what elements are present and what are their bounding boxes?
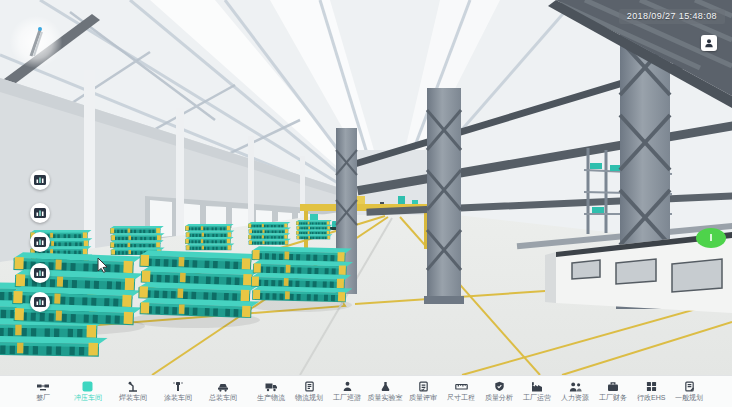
digital-twin-app: 2018/09/27 15:48:08 整厂: [0, 0, 732, 407]
user-icon: [704, 38, 714, 48]
kpi-board-icon: [34, 208, 46, 218]
toolbar-item-label: 一般规划: [675, 394, 703, 401]
toolbar-item-label: 工厂巡游: [333, 394, 361, 401]
briefcase-icon: [607, 381, 619, 392]
toolbar-item-label: 冲压车间: [73, 394, 101, 401]
workshop-nav-group: 整厂 冲压车间 焊装车间 涂装车间: [20, 381, 245, 402]
kpi-marker-button-2[interactable]: [30, 203, 50, 223]
landmark-icon: [27, 26, 45, 60]
kpi-marker-button-5[interactable]: [30, 292, 50, 312]
scene-3d-viewport[interactable]: [0, 0, 732, 375]
factory-building-icon: [531, 381, 543, 392]
toolbar-item-label: 涂装车间: [163, 394, 191, 401]
toolbar-item-admin-ehs[interactable]: 行政EHS: [632, 381, 670, 402]
scene-logo-marker: [10, 16, 62, 68]
toolbar-item-label: 质量分析: [485, 394, 513, 401]
user-button[interactable]: [701, 35, 717, 51]
plan-doc-icon: [684, 381, 695, 392]
kpi-board-icon: [34, 175, 46, 185]
toolbar-item-label: 行政EHS: [637, 394, 666, 401]
toolbar-item-stamping-shop[interactable]: 冲压车间: [65, 381, 110, 402]
tour-person-icon: [342, 381, 353, 392]
toolbar-item-logistics-planning[interactable]: 物流规划: [290, 381, 328, 402]
toolbar-item-label: 焊装车间: [118, 394, 146, 401]
toolbar-item-factory-tour[interactable]: 工厂巡游: [328, 381, 366, 402]
toolbar-item-assembly-shop[interactable]: 总装车间: [200, 381, 245, 402]
toolbar-item-label: 生产物流: [257, 394, 285, 401]
toolbar-item-whole-plant[interactable]: 整厂: [20, 381, 65, 402]
toolbar-item-quality-lab[interactable]: 质量实验室: [366, 381, 404, 402]
toolbar-item-label: 物流规划: [295, 394, 323, 401]
toolbar-item-dimensional-engineering[interactable]: 尺寸工程: [442, 381, 480, 402]
review-doc-icon: [418, 381, 429, 392]
kpi-marker-button-1[interactable]: [30, 170, 50, 190]
scene-render: [0, 0, 732, 375]
toolbar-item-factory-operations[interactable]: 工厂运营: [518, 381, 556, 402]
people-icon: [569, 381, 582, 392]
toolbar-item-factory-finance[interactable]: 工厂财务: [594, 381, 632, 402]
stamping-icon: [82, 381, 93, 392]
toolbar-item-quality-review[interactable]: 质量评审: [404, 381, 442, 402]
truck-icon: [265, 381, 278, 392]
toolbar-item-quality-analysis[interactable]: 质量分析: [480, 381, 518, 402]
grid-icon: [646, 381, 657, 392]
kpi-board-icon: [34, 237, 46, 247]
shield-check-icon: [494, 381, 505, 392]
toolbar-item-label: 质量实验室: [367, 394, 402, 401]
toolbar-item-human-resources[interactable]: 人力资源: [556, 381, 594, 402]
kpi-marker-button-4[interactable]: [30, 263, 50, 283]
toolbar-item-label: 质量评审: [409, 394, 437, 401]
module-nav-group: 生产物流 物流规划 工厂巡游 质量实验室: [252, 381, 708, 402]
plant-icon: [37, 381, 49, 392]
toolbar-item-label: 总装车间: [208, 394, 236, 401]
kpi-board-icon: [34, 297, 46, 307]
planning-doc-icon: [304, 381, 315, 392]
toolbar-item-label: 人力资源: [561, 394, 589, 401]
toolbar-item-label: 尺寸工程: [447, 394, 475, 401]
toolbar-item-production-logistics[interactable]: 生产物流: [252, 381, 290, 402]
scene-timestamp: 2018/09/27 15:48:08: [619, 9, 725, 24]
toolbar-item-welding-shop[interactable]: 焊装车间: [110, 381, 155, 402]
toolbar-item-label: 整厂: [35, 394, 49, 401]
toolbar-item-label: 工厂运营: [523, 394, 551, 401]
assembly-icon: [217, 381, 229, 392]
ruler-icon: [455, 381, 468, 392]
lab-flask-icon: [380, 381, 391, 392]
welding-robot-icon: [127, 381, 139, 392]
kpi-board-icon: [34, 268, 46, 278]
painting-icon: [172, 381, 184, 392]
toolbar-item-general-planning[interactable]: 一般规划: [670, 381, 708, 402]
kpi-marker-button-3[interactable]: [30, 232, 50, 252]
bottom-toolbar: 整厂 冲压车间 焊装车间 涂装车间: [0, 375, 732, 407]
toolbar-item-paint-shop[interactable]: 涂装车间: [155, 381, 200, 402]
toolbar-item-label: 工厂财务: [599, 394, 627, 401]
